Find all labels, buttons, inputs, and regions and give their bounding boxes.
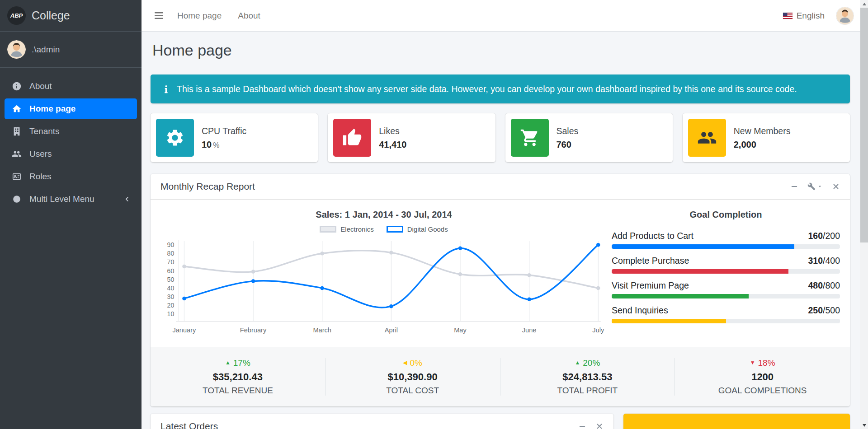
sidebar-item-label: Users (29, 149, 52, 159)
goal-add-products-to-cart: Add Products to Cart160/200 (612, 231, 840, 249)
stat-label: GOAL COMPLETIONS (675, 386, 850, 396)
legend-swatch (320, 226, 336, 233)
collapse-button[interactable] (578, 422, 586, 429)
info-box-label: Sales (557, 126, 579, 136)
info-box-suffix: % (213, 141, 219, 149)
abp-logo: ABP (7, 6, 26, 25)
sidebar-item-roles[interactable]: Roles (5, 166, 137, 187)
user-name[interactable]: .\admin (32, 45, 60, 55)
wrench-icon (807, 182, 816, 191)
stat-delta: ◀0% (326, 358, 500, 368)
us-flag-icon (783, 13, 793, 19)
language-selector[interactable]: English (783, 11, 825, 21)
users-icon (10, 149, 23, 159)
sidebar-item-tenants[interactable]: Tenants (5, 121, 137, 142)
goal-list: Add Products to Cart160/200Complete Purc… (612, 231, 840, 323)
sidebar-item-label: About (29, 81, 52, 91)
language-label: English (797, 11, 825, 21)
orders-card-tools (578, 422, 604, 429)
navbar-link-about[interactable]: About (238, 11, 260, 21)
info-box-value: 760 (557, 140, 579, 150)
sidebar-item-about[interactable]: About (5, 76, 137, 97)
sidebar-item-users[interactable]: Users (5, 144, 137, 164)
stat-label: TOTAL REVENUE (151, 386, 325, 396)
info-box-likes: Likes41,410 (328, 113, 495, 162)
sidebar: ABP College .\admin AboutHome pageTenant… (0, 0, 142, 429)
recap-card-header: Monthly Recap Report (151, 174, 850, 200)
page-content: Home page This is a sample Dashboard whi… (142, 32, 868, 429)
stat-total-revenue: ▲17%$35,210.43TOTAL REVENUE (151, 358, 326, 396)
goal-value: 310/400 (808, 256, 840, 266)
info-box-row: CPU Traffic10%Likes41,410Sales760New Mem… (151, 113, 850, 162)
sales-chart-title: Sales: 1 Jan, 2014 - 30 Jul, 2014 (160, 210, 607, 220)
circle-icon (10, 194, 23, 204)
caret-up-icon: ▲ (575, 359, 580, 366)
svg-text:June: June (522, 326, 537, 334)
scroll-up-button[interactable] (860, 0, 868, 8)
info-box-label: Likes (379, 126, 406, 136)
building-icon (10, 126, 23, 136)
stat-value: $24,813.53 (500, 371, 675, 383)
stat-delta: ▲20% (500, 358, 675, 368)
user-panel: .\admin (0, 32, 142, 68)
goal-value: 480/800 (808, 280, 840, 291)
brand[interactable]: ABP College (0, 0, 142, 32)
info-box-new-members: New Members2,000 (683, 113, 850, 162)
svg-text:90: 90 (167, 241, 175, 248)
sidebar-item-label: Tenants (29, 126, 60, 136)
collapse-button[interactable] (790, 182, 798, 191)
legend-item-electronics[interactable]: Electronics (320, 225, 373, 233)
recap-card-title: Monthly Recap Report (160, 181, 255, 192)
page-title: Home page (151, 42, 850, 59)
stat-label: TOTAL COST (326, 386, 500, 396)
user-avatar[interactable] (7, 40, 26, 59)
settings-dropdown-button[interactable] (807, 182, 823, 191)
sales-line-chart: 102030405060708090JanuaryFebruaryMarchAp… (160, 237, 607, 339)
info-box-content: CPU Traffic10% (202, 126, 246, 150)
navbar-link-home-page[interactable]: Home page (177, 11, 222, 21)
goal-progress-bar (612, 244, 840, 249)
stat-value: $10,390.90 (326, 371, 500, 383)
svg-text:10: 10 (167, 310, 175, 317)
sidebar-item-home-page[interactable]: Home page (5, 98, 137, 119)
stat-value: $35,210.43 (151, 371, 325, 383)
goal-label: Visit Premium Page (612, 280, 689, 291)
goal-progress-bar (612, 294, 840, 298)
info-box-cpu-traffic: CPU Traffic10% (151, 113, 318, 162)
page-scrollbar[interactable] (860, 0, 868, 429)
info-box-label: CPU Traffic (202, 126, 246, 136)
id-card-icon (10, 172, 23, 182)
thumbs-up-icon (333, 119, 371, 157)
stat-delta: ▲17% (151, 358, 325, 368)
goal-progress-bar (612, 269, 840, 274)
bottom-row: Latest Orders (151, 414, 850, 429)
svg-text:May: May (454, 326, 467, 334)
scroll-thumb[interactable] (860, 8, 868, 242)
close-button[interactable] (832, 182, 840, 191)
gear-icon (156, 119, 194, 157)
chevron-left-icon (123, 195, 131, 203)
caret-down-icon: ▼ (750, 359, 755, 366)
info-box-label: New Members (734, 126, 791, 136)
legend-item-digital-goods[interactable]: Digital Goods (387, 225, 448, 233)
stat-total-profit: ▲20%$24,813.53TOTAL PROFIT (500, 358, 675, 396)
scroll-down-button[interactable] (860, 421, 868, 429)
goal-label: Add Products to Cart (612, 231, 693, 241)
sidebar-item-multi-level-menu[interactable]: Multi Level Menu (5, 189, 137, 210)
alert-text: This is a sample Dashboard which doesn't… (177, 84, 797, 94)
svg-text:40: 40 (167, 284, 175, 292)
hamburger-menu-icon[interactable] (153, 10, 165, 21)
svg-text:60: 60 (167, 267, 175, 275)
goal-completion-title: Goal Completion (612, 210, 840, 220)
navbar-avatar[interactable] (836, 7, 854, 24)
monthly-recap-card: Monthly Recap Report (151, 174, 850, 406)
svg-text:50: 50 (167, 276, 175, 283)
goal-label: Complete Purchase (612, 256, 689, 266)
caret-down-icon (817, 182, 823, 191)
close-button[interactable] (595, 422, 604, 429)
info-box-sales: Sales760 (505, 113, 673, 162)
home-icon (10, 104, 23, 114)
info-box-value: 10% (202, 140, 246, 150)
info-circle-icon (10, 81, 23, 91)
info-box-value: 41,410 (379, 140, 406, 150)
